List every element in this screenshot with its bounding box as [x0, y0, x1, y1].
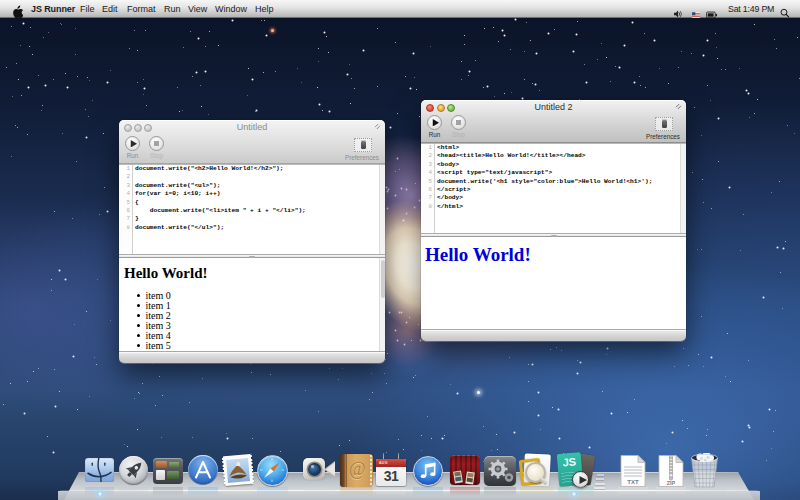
- svg-text:ZIP: ZIP: [667, 480, 676, 486]
- svg-text:TXT: TXT: [627, 479, 639, 485]
